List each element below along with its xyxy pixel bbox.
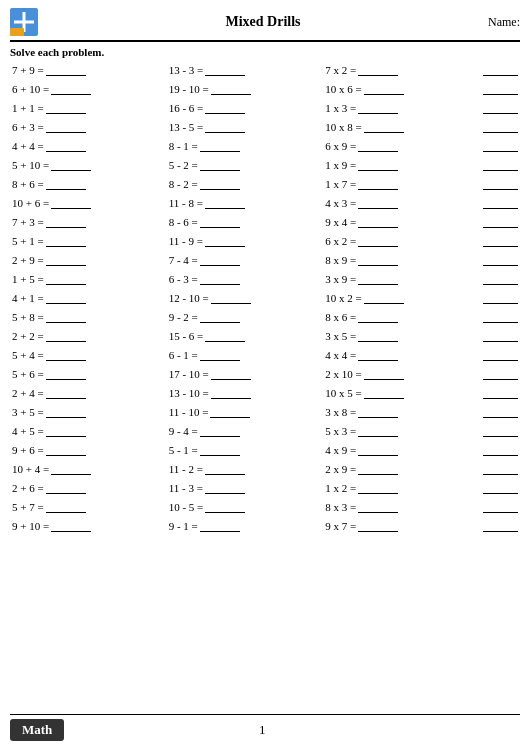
problem-cell	[480, 99, 520, 117]
problem-cell: 2 + 6 =	[10, 479, 167, 497]
problem-cell	[480, 194, 520, 212]
problem-cell: 9 + 6 =	[10, 441, 167, 459]
problem-cell: 5 + 4 =	[10, 346, 167, 364]
problem-cell: 6 + 10 =	[10, 80, 167, 98]
problem-cell	[480, 308, 520, 326]
problem-cell	[480, 213, 520, 231]
problem-cell: 10 - 5 =	[167, 498, 324, 516]
problem-cell: 10 + 4 =	[10, 460, 167, 478]
problem-cell: 9 + 10 =	[10, 517, 167, 535]
problem-cell: 9 - 2 =	[167, 308, 324, 326]
problem-cell: 9 - 4 =	[167, 422, 324, 440]
problem-cell: 2 x 10 =	[323, 365, 480, 383]
problem-cell: 7 x 2 =	[323, 61, 480, 79]
problem-cell: 9 x 7 =	[323, 517, 480, 535]
problem-cell: 4 + 1 =	[10, 289, 167, 307]
problem-cell: 4 x 4 =	[323, 346, 480, 364]
header-left	[10, 8, 38, 36]
problem-cell: 15 - 6 =	[167, 327, 324, 345]
problem-cell: 5 + 7 =	[10, 498, 167, 516]
footer: Math 1	[10, 714, 520, 741]
problem-cell: 5 + 1 =	[10, 232, 167, 250]
problem-cell: 2 + 9 =	[10, 251, 167, 269]
problem-cell: 13 - 10 =	[167, 384, 324, 402]
problem-cell: 2 + 4 =	[10, 384, 167, 402]
problem-cell	[480, 517, 520, 535]
logo-icon	[10, 8, 38, 36]
problem-cell: 10 x 5 =	[323, 384, 480, 402]
problem-cell	[480, 80, 520, 98]
problem-cell: 3 x 8 =	[323, 403, 480, 421]
problem-cell	[480, 365, 520, 383]
problem-cell	[480, 175, 520, 193]
problem-cell: 1 + 5 =	[10, 270, 167, 288]
problem-cell: 13 - 3 =	[167, 61, 324, 79]
problem-cell	[480, 118, 520, 136]
problem-cell: 1 x 3 =	[323, 99, 480, 117]
problem-cell: 4 x 9 =	[323, 441, 480, 459]
problem-cell: 10 x 8 =	[323, 118, 480, 136]
problem-cell	[480, 270, 520, 288]
problem-cell: 4 + 4 =	[10, 137, 167, 155]
problem-cell: 9 x 4 =	[323, 213, 480, 231]
problem-cell: 17 - 10 =	[167, 365, 324, 383]
problem-cell: 8 - 1 =	[167, 137, 324, 155]
problem-cell	[480, 232, 520, 250]
problem-cell: 5 + 10 =	[10, 156, 167, 174]
problem-cell	[480, 403, 520, 421]
problem-cell: 6 x 9 =	[323, 137, 480, 155]
problem-cell: 7 + 9 =	[10, 61, 167, 79]
problem-cell	[480, 460, 520, 478]
problem-cell: 6 + 3 =	[10, 118, 167, 136]
problem-cell	[480, 422, 520, 440]
problem-cell: 8 x 9 =	[323, 251, 480, 269]
problem-cell: 8 - 2 =	[167, 175, 324, 193]
problems-grid: 7 + 9 = 13 - 3 = 7 x 2 = 6 + 10 = 19 - 1…	[10, 61, 520, 535]
problem-cell: 5 - 1 =	[167, 441, 324, 459]
problem-cell: 4 + 5 =	[10, 422, 167, 440]
problem-cell	[480, 327, 520, 345]
page-number: 1	[64, 722, 460, 738]
problem-cell: 19 - 10 =	[167, 80, 324, 98]
instructions: Solve each problem.	[10, 46, 520, 58]
problem-cell	[480, 137, 520, 155]
problem-cell: 3 x 5 =	[323, 327, 480, 345]
problem-cell: 3 x 9 =	[323, 270, 480, 288]
page: Mixed Drills Name: Solve each problem. 7…	[0, 0, 530, 749]
problem-cell: 5 + 8 =	[10, 308, 167, 326]
problem-cell: 7 + 3 =	[10, 213, 167, 231]
problem-cell: 1 + 1 =	[10, 99, 167, 117]
problem-cell	[480, 289, 520, 307]
problem-cell: 10 x 6 =	[323, 80, 480, 98]
problem-cell: 6 x 2 =	[323, 232, 480, 250]
math-badge: Math	[10, 719, 64, 741]
header-name: Name:	[488, 15, 520, 30]
problem-cell	[480, 479, 520, 497]
svg-rect-3	[10, 28, 24, 36]
problem-cell: 6 - 3 =	[167, 270, 324, 288]
problem-cell	[480, 498, 520, 516]
problem-cell: 1 x 2 =	[323, 479, 480, 497]
problem-cell: 5 x 3 =	[323, 422, 480, 440]
problem-cell	[480, 156, 520, 174]
header-title: Mixed Drills	[38, 14, 488, 30]
problem-cell: 8 x 3 =	[323, 498, 480, 516]
problem-cell	[480, 384, 520, 402]
problem-cell: 13 - 5 =	[167, 118, 324, 136]
problem-cell: 16 - 6 =	[167, 99, 324, 117]
problem-cell	[480, 441, 520, 459]
problem-cell: 1 x 7 =	[323, 175, 480, 193]
problem-cell: 3 + 5 =	[10, 403, 167, 421]
problem-cell: 2 x 9 =	[323, 460, 480, 478]
problem-cell: 11 - 10 =	[167, 403, 324, 421]
problem-cell: 8 + 6 =	[10, 175, 167, 193]
problem-cell: 8 - 6 =	[167, 213, 324, 231]
problem-cell: 10 x 2 =	[323, 289, 480, 307]
problem-cell: 8 x 6 =	[323, 308, 480, 326]
header: Mixed Drills Name:	[10, 8, 520, 42]
problem-cell	[480, 346, 520, 364]
problem-cell: 2 + 2 =	[10, 327, 167, 345]
problem-cell: 5 + 6 =	[10, 365, 167, 383]
problem-cell	[480, 61, 520, 79]
problem-cell	[480, 251, 520, 269]
